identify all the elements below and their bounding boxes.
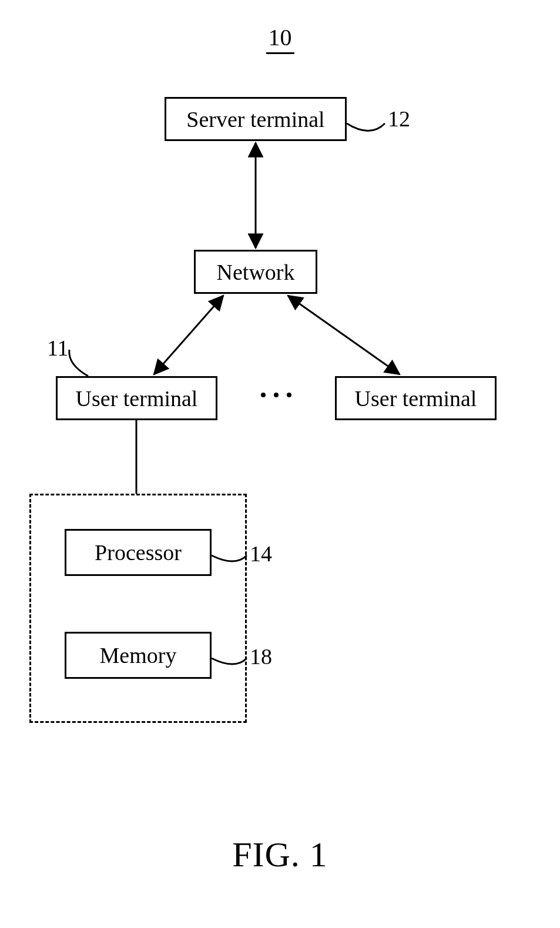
memory-box: Memory [65, 632, 212, 679]
user-terminal-right-label: User terminal [355, 386, 477, 411]
processor-box: Processor [65, 529, 212, 576]
user-terminal-left-ref: 11 [47, 335, 69, 361]
connector-network-userleft [154, 296, 223, 374]
leader-server-ref [347, 123, 385, 131]
processor-label: Processor [95, 540, 182, 565]
memory-label: Memory [100, 642, 177, 668]
memory-ref: 18 [250, 644, 272, 669]
server-terminal-label: Server terminal [186, 106, 324, 132]
figure-canvas: 10 Server terminal 12 Network User termi… [0, 0, 560, 928]
server-terminal-ref: 12 [388, 106, 410, 132]
network-box: Network [194, 250, 317, 294]
leader-userleft-ref [69, 350, 88, 376]
user-terminal-detail-group [29, 494, 247, 723]
connector-network-userright [288, 296, 400, 374]
user-terminal-right-box: User terminal [335, 376, 497, 420]
user-terminal-left-box: User terminal [56, 376, 217, 420]
figure-title: FIG. 1 [0, 835, 560, 875]
server-terminal-box: Server terminal [165, 97, 347, 141]
processor-ref: 14 [250, 541, 272, 567]
user-terminal-left-label: User terminal [76, 386, 198, 411]
figure-reference-number: 10 [0, 24, 560, 54]
network-label: Network [217, 259, 295, 285]
ellipsis-icon [247, 393, 306, 397]
